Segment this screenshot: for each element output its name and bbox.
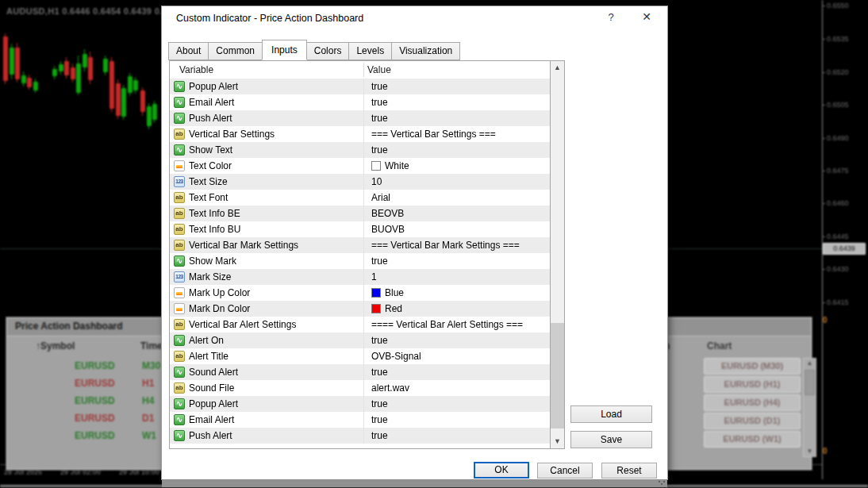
variable-value[interactable]: true	[371, 113, 388, 124]
input-row[interactable]: abAlert TitleOVB-Signal	[170, 348, 551, 364]
time-column-header[interactable]: Time	[140, 340, 163, 352]
open-chart-button[interactable]: EURUSD (H4)	[704, 394, 801, 411]
close-icon[interactable]: ✕	[639, 10, 655, 26]
dialog-titlebar[interactable]: Custom Indicator - Price Action Dashboar…	[162, 6, 667, 30]
variable-value[interactable]: BUOVB	[371, 224, 405, 235]
input-row[interactable]: ∿Popup Alerttrue	[170, 79, 551, 94]
variable-value[interactable]: true	[371, 367, 388, 378]
input-row[interactable]: abVertical Bar Settings=== Vertical Bar …	[170, 126, 551, 142]
price-tick	[822, 302, 825, 303]
candle-body	[88, 57, 93, 80]
dialog-scrollbar[interactable]: ▲ ▼	[550, 61, 564, 448]
input-row[interactable]: ∿Push Alerttrue	[170, 428, 551, 444]
input-row[interactable]: abText FontArial	[170, 190, 551, 206]
input-row[interactable]: ∿Show Marktrue	[170, 253, 551, 269]
tab-levels[interactable]: Levels	[348, 42, 392, 60]
load-button[interactable]: Load	[570, 405, 652, 423]
input-row[interactable]: 123Text Size10	[170, 174, 551, 190]
candle-body	[10, 48, 14, 75]
variable-value[interactable]: true	[371, 335, 388, 346]
candle-down	[88, 0, 93, 84]
variable-name: Show Mark	[189, 256, 236, 267]
ok-button[interactable]: OK	[474, 462, 529, 478]
variable-value[interactable]: === Vertical Bar Mark Settings ===	[371, 240, 520, 251]
input-row[interactable]: Mark Dn ColorRed	[170, 301, 551, 317]
variable-value[interactable]: true	[371, 398, 388, 409]
variable-name: Text Info BU	[189, 224, 240, 235]
variable-value[interactable]: Red	[385, 303, 402, 314]
input-row[interactable]: abText Info BUBUOVB	[170, 221, 551, 237]
variable-value[interactable]: Arial	[371, 192, 390, 203]
variable-value[interactable]: true	[371, 256, 388, 267]
candle-body	[83, 54, 87, 67]
variable-value[interactable]: Blue	[385, 287, 404, 298]
input-row[interactable]: abVertical Bar Alert Settings==== Vertic…	[170, 317, 551, 332]
tab-inputs[interactable]: Inputs	[262, 40, 307, 60]
row-column-divider	[363, 348, 364, 364]
bool-type-icon: ∿	[174, 144, 185, 156]
input-row[interactable]: abText Info BEBEOVB	[170, 206, 551, 221]
variable-value[interactable]: true	[371, 430, 388, 441]
candle-up	[83, 0, 87, 71]
candle-body	[152, 104, 157, 120]
bool-type-icon: ∿	[174, 414, 185, 425]
variable-value[interactable]: true	[371, 81, 388, 92]
symbol-header-label: Symbol	[40, 340, 75, 352]
variable-value[interactable]: White	[385, 160, 409, 171]
tab-about[interactable]: About	[168, 42, 209, 60]
variable-value[interactable]: true	[371, 414, 388, 425]
variable-value[interactable]: true	[371, 144, 388, 156]
input-row[interactable]: Text ColorWhite	[170, 158, 551, 174]
color-type-icon	[174, 160, 185, 171]
dialog-scrollbar-thumb[interactable]	[551, 323, 564, 428]
help-icon[interactable]: ?	[604, 11, 618, 25]
open-chart-button[interactable]: EURUSD (H1)	[704, 376, 801, 393]
input-row[interactable]: Mark Up ColorBlue	[170, 285, 551, 301]
reset-button[interactable]: Reset	[601, 463, 657, 478]
symbol-column-header[interactable]: ↑Symbol	[36, 340, 75, 352]
variable-value[interactable]: ==== Vertical Bar Alert Settings ===	[371, 319, 523, 330]
tab-common[interactable]: Common	[208, 42, 263, 60]
open-chart-button[interactable]: EURUSD (D1)	[704, 413, 801, 429]
dashboard-symbol: EURUSD	[75, 430, 115, 441]
variable-value[interactable]: 10	[371, 176, 382, 187]
open-chart-button[interactable]: EURUSD (W1)	[704, 431, 801, 448]
row-column-divider	[363, 237, 364, 253]
candle-body	[3, 37, 8, 81]
input-row[interactable]: abVertical Bar Mark Settings=== Vertical…	[170, 237, 551, 253]
input-row[interactable]: ∿Alert Ontrue	[170, 332, 551, 348]
variable-value[interactable]: alert.wav	[371, 382, 409, 394]
scroll-up-icon[interactable]: ▲	[804, 359, 816, 368]
candle-body	[59, 64, 63, 71]
tab-visualization[interactable]: Visualization	[391, 42, 460, 60]
variable-value[interactable]: === Vertical Bar Settings ===	[371, 129, 496, 140]
tab-colors[interactable]: Colors	[306, 42, 350, 60]
price-label: 0.6520	[827, 68, 849, 76]
variable-value[interactable]: 1	[371, 271, 377, 282]
dashboard-scrollbar-thumb[interactable]	[805, 370, 815, 395]
cancel-button[interactable]: Cancel	[537, 463, 593, 478]
input-row[interactable]: ∿Show Texttrue	[170, 142, 551, 158]
input-row[interactable]: ∿Email Alerttrue	[170, 94, 551, 110]
open-chart-button[interactable]: EURUSD (M30)	[704, 358, 801, 375]
variable-value[interactable]: OVB-Signal	[371, 351, 421, 362]
scroll-down-icon[interactable]: ▼	[804, 447, 816, 456]
resize-grip[interactable]	[658, 480, 665, 486]
variable-name: Sound File	[189, 382, 234, 394]
variable-name: Vertical Bar Settings	[189, 129, 275, 140]
price-tick	[822, 138, 825, 139]
save-button[interactable]: Save	[570, 431, 652, 448]
input-row[interactable]: abSound Filealert.wav	[170, 380, 551, 396]
scroll-up-icon[interactable]: ▲	[551, 61, 564, 75]
input-row[interactable]: ∿Email Alerttrue	[170, 412, 551, 428]
input-row[interactable]: ∿Sound Alerttrue	[170, 364, 551, 380]
variable-value[interactable]: true	[371, 97, 388, 108]
input-row[interactable]: 123Mark Size1	[170, 269, 551, 285]
scroll-down-icon[interactable]: ▼	[551, 435, 564, 448]
dashboard-title: Price Action Dashboard	[15, 321, 123, 332]
variable-value[interactable]: BEOVB	[371, 208, 404, 219]
input-row[interactable]: ∿Push Alerttrue	[170, 110, 551, 126]
dashboard-scrollbar[interactable]: ▲ ▼	[803, 358, 816, 457]
input-row[interactable]: ∿Popup Alerttrue	[170, 396, 551, 412]
candle-body	[128, 76, 133, 93]
